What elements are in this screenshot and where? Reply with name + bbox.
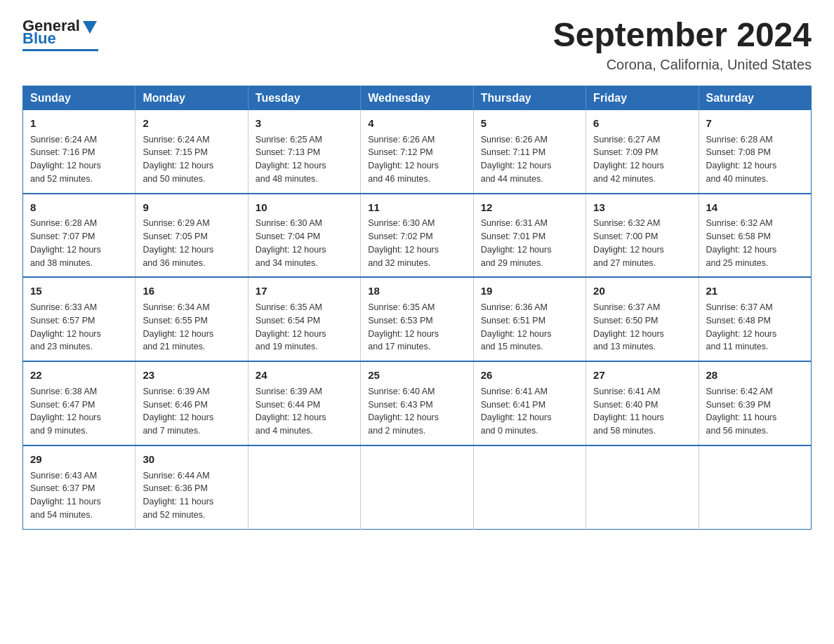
day-detail: Sunrise: 6:30 AMSunset: 7:04 PMDaylight:… [256, 217, 353, 269]
table-row: 7Sunrise: 6:28 AMSunset: 7:08 PMDaylight… [699, 110, 811, 194]
logo-triangle-icon [83, 21, 97, 34]
day-number: 21 [706, 283, 804, 299]
day-detail: Sunrise: 6:44 AMSunset: 6:36 PMDaylight:… [143, 469, 240, 522]
table-row: 21Sunrise: 6:37 AMSunset: 6:48 PMDayligh… [699, 277, 811, 361]
table-row [699, 445, 811, 529]
day-number: 27 [593, 368, 691, 383]
day-detail: Sunrise: 6:30 AMSunset: 7:02 PMDaylight:… [368, 217, 465, 269]
day-detail: Sunrise: 6:38 AMSunset: 6:47 PMDaylight:… [30, 385, 128, 438]
table-row: 17Sunrise: 6:35 AMSunset: 6:54 PMDayligh… [248, 277, 360, 361]
title-area: September 2024 Corona, California, Unite… [553, 17, 812, 73]
table-row: 27Sunrise: 6:41 AMSunset: 6:40 PMDayligh… [586, 361, 699, 445]
day-detail: Sunrise: 6:41 AMSunset: 6:40 PMDaylight:… [593, 385, 691, 438]
day-number: 12 [481, 200, 578, 215]
table-row: 10Sunrise: 6:30 AMSunset: 7:04 PMDayligh… [248, 194, 360, 278]
day-detail: Sunrise: 6:32 AMSunset: 6:58 PMDaylight:… [706, 217, 804, 269]
table-row: 13Sunrise: 6:32 AMSunset: 7:00 PMDayligh… [586, 194, 699, 278]
table-row: 14Sunrise: 6:32 AMSunset: 6:58 PMDayligh… [699, 194, 811, 278]
day-number: 20 [593, 283, 691, 299]
table-row: 30Sunrise: 6:44 AMSunset: 6:36 PMDayligh… [135, 445, 248, 529]
day-number: 18 [368, 283, 465, 299]
col-wednesday: Wednesday [361, 86, 473, 110]
day-detail: Sunrise: 6:43 AMSunset: 6:37 PMDaylight:… [30, 469, 128, 522]
table-row: 5Sunrise: 6:26 AMSunset: 7:11 PMDaylight… [473, 110, 585, 194]
day-number: 24 [256, 368, 353, 383]
day-detail: Sunrise: 6:33 AMSunset: 6:57 PMDaylight:… [30, 301, 128, 354]
day-number: 16 [143, 283, 240, 299]
calendar-week-row: 15Sunrise: 6:33 AMSunset: 6:57 PMDayligh… [23, 277, 812, 361]
table-row: 26Sunrise: 6:41 AMSunset: 6:41 PMDayligh… [473, 361, 585, 445]
day-number: 17 [256, 283, 353, 299]
day-detail: Sunrise: 6:32 AMSunset: 7:00 PMDaylight:… [593, 217, 691, 269]
page-header: General Blue September 2024 Corona, Cali… [22, 17, 812, 73]
day-number: 2 [143, 116, 240, 131]
col-tuesday: Tuesday [248, 86, 360, 110]
calendar-header-row: Sunday Monday Tuesday Wednesday Thursday… [23, 86, 812, 110]
col-saturday: Saturday [699, 86, 811, 110]
table-row: 8Sunrise: 6:28 AMSunset: 7:07 PMDaylight… [23, 194, 135, 278]
table-row [361, 445, 473, 529]
day-number: 15 [30, 283, 128, 299]
table-row: 19Sunrise: 6:36 AMSunset: 6:51 PMDayligh… [473, 277, 585, 361]
day-number: 1 [30, 116, 128, 131]
calendar-week-row: 29Sunrise: 6:43 AMSunset: 6:37 PMDayligh… [23, 445, 812, 529]
table-row: 2Sunrise: 6:24 AMSunset: 7:15 PMDaylight… [135, 110, 248, 194]
col-monday: Monday [135, 86, 248, 110]
day-number: 5 [481, 116, 578, 131]
table-row: 23Sunrise: 6:39 AMSunset: 6:46 PMDayligh… [135, 361, 248, 445]
table-row: 15Sunrise: 6:33 AMSunset: 6:57 PMDayligh… [23, 277, 135, 361]
col-thursday: Thursday [473, 86, 585, 110]
day-number: 8 [30, 200, 128, 215]
day-number: 9 [143, 200, 240, 215]
day-detail: Sunrise: 6:29 AMSunset: 7:05 PMDaylight:… [143, 217, 240, 269]
day-number: 25 [368, 368, 465, 383]
day-number: 22 [30, 368, 128, 383]
day-detail: Sunrise: 6:28 AMSunset: 7:07 PMDaylight:… [30, 217, 128, 269]
day-number: 28 [706, 368, 804, 383]
day-number: 4 [368, 116, 465, 131]
day-detail: Sunrise: 6:37 AMSunset: 6:48 PMDaylight:… [706, 301, 804, 354]
calendar-week-row: 1Sunrise: 6:24 AMSunset: 7:16 PMDaylight… [23, 110, 812, 194]
table-row: 9Sunrise: 6:29 AMSunset: 7:05 PMDaylight… [135, 194, 248, 278]
col-friday: Friday [586, 86, 699, 110]
table-row: 12Sunrise: 6:31 AMSunset: 7:01 PMDayligh… [473, 194, 585, 278]
day-number: 3 [256, 116, 353, 131]
table-row: 6Sunrise: 6:27 AMSunset: 7:09 PMDaylight… [586, 110, 699, 194]
day-detail: Sunrise: 6:31 AMSunset: 7:01 PMDaylight:… [481, 217, 578, 269]
day-number: 30 [143, 452, 240, 467]
table-row: 4Sunrise: 6:26 AMSunset: 7:12 PMDaylight… [361, 110, 473, 194]
day-detail: Sunrise: 6:39 AMSunset: 6:44 PMDaylight:… [256, 385, 353, 438]
table-row: 11Sunrise: 6:30 AMSunset: 7:02 PMDayligh… [361, 194, 473, 278]
day-detail: Sunrise: 6:34 AMSunset: 6:55 PMDaylight:… [143, 301, 240, 354]
day-detail: Sunrise: 6:37 AMSunset: 6:50 PMDaylight:… [593, 301, 691, 354]
table-row [248, 445, 360, 529]
col-sunday: Sunday [23, 86, 135, 110]
day-number: 11 [368, 200, 465, 215]
table-row: 18Sunrise: 6:35 AMSunset: 6:53 PMDayligh… [361, 277, 473, 361]
table-row: 3Sunrise: 6:25 AMSunset: 7:13 PMDaylight… [248, 110, 360, 194]
day-number: 10 [256, 200, 353, 215]
day-detail: Sunrise: 6:24 AMSunset: 7:15 PMDaylight:… [143, 133, 240, 186]
day-detail: Sunrise: 6:26 AMSunset: 7:12 PMDaylight:… [368, 133, 465, 186]
table-row: 28Sunrise: 6:42 AMSunset: 6:39 PMDayligh… [699, 361, 811, 445]
logo-underline [22, 49, 98, 51]
day-detail: Sunrise: 6:35 AMSunset: 6:53 PMDaylight:… [368, 301, 465, 354]
day-detail: Sunrise: 6:35 AMSunset: 6:54 PMDaylight:… [256, 301, 353, 354]
day-detail: Sunrise: 6:40 AMSunset: 6:43 PMDaylight:… [368, 385, 465, 438]
table-row: 29Sunrise: 6:43 AMSunset: 6:37 PMDayligh… [23, 445, 135, 529]
day-number: 7 [706, 116, 804, 131]
day-number: 19 [481, 283, 578, 299]
table-row: 16Sunrise: 6:34 AMSunset: 6:55 PMDayligh… [135, 277, 248, 361]
calendar-week-row: 8Sunrise: 6:28 AMSunset: 7:07 PMDaylight… [23, 194, 812, 278]
day-detail: Sunrise: 6:39 AMSunset: 6:46 PMDaylight:… [143, 385, 240, 438]
day-number: 14 [706, 200, 804, 215]
calendar-week-row: 22Sunrise: 6:38 AMSunset: 6:47 PMDayligh… [23, 361, 812, 445]
day-detail: Sunrise: 6:28 AMSunset: 7:08 PMDaylight:… [706, 133, 804, 186]
table-row: 25Sunrise: 6:40 AMSunset: 6:43 PMDayligh… [361, 361, 473, 445]
location-title: Corona, California, United States [553, 57, 812, 73]
logo: General Blue [22, 17, 98, 51]
calendar-table: Sunday Monday Tuesday Wednesday Thursday… [22, 86, 812, 530]
day-detail: Sunrise: 6:41 AMSunset: 6:41 PMDaylight:… [481, 385, 578, 438]
table-row [473, 445, 585, 529]
day-number: 23 [143, 368, 240, 383]
